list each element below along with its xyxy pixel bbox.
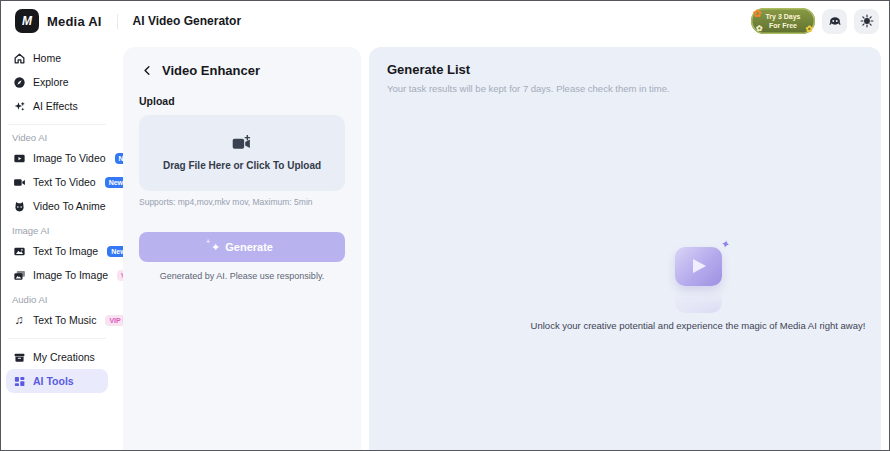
chevron-left-icon: [140, 63, 154, 77]
trial-button-line2: For Free: [751, 21, 815, 30]
video-to-anime-icon: [12, 199, 26, 213]
sidebar: Home Explore AI Effects Video AI: [1, 41, 113, 450]
trial-button[interactable]: ✿ ✿ ✿ Try 3 Days For Free: [751, 8, 815, 34]
sidebar-item-label: Home: [33, 52, 61, 64]
generate-button[interactable]: ✦+ Generate: [139, 232, 345, 262]
upload-label: Upload: [139, 95, 345, 107]
discord-icon: [828, 14, 842, 28]
play-triangle-icon: [693, 259, 706, 273]
back-button[interactable]: [139, 62, 155, 78]
text-to-music-icon: ♫: [12, 313, 26, 327]
sparkle-icon: ✦: [720, 237, 732, 252]
sidebar-item-ai-tools[interactable]: AI Tools: [6, 369, 108, 393]
generate-list-title: Generate List: [387, 62, 863, 77]
app-window: M Media AI AI Video Generator ✿ ✿ ✿ Try …: [0, 0, 890, 451]
sidebar-item-explore[interactable]: Explore: [6, 70, 108, 94]
image-to-image-icon: [12, 268, 26, 282]
enhancer-header: Video Enhancer: [139, 62, 345, 78]
sidebar-item-label: AI Effects: [33, 100, 78, 112]
trial-button-line1: Try 3 Days: [751, 12, 815, 21]
discord-button[interactable]: [822, 9, 847, 34]
sidebar-section-image-ai: Image AI: [12, 225, 102, 236]
sun-icon: [860, 14, 874, 28]
sidebar-item-label: Text To Video: [33, 176, 96, 188]
generate-list-subtitle: Your task results will be kept for 7 day…: [387, 83, 863, 94]
sidebar-item-label: Image To Video: [33, 152, 106, 164]
page-title: AI Video Generator: [133, 14, 241, 28]
empty-state: ✦ Unlock your creative potential and exp…: [528, 247, 868, 331]
generate-button-label: Generate: [225, 241, 273, 253]
sidebar-item-ai-effects[interactable]: AI Effects: [6, 94, 108, 118]
brand-logo-letter: M: [22, 14, 32, 28]
sidebar-item-label: My Creations: [33, 351, 95, 363]
play-icon-reflection: [675, 289, 722, 313]
text-to-image-icon: [12, 244, 26, 258]
my-creations-icon: [12, 350, 26, 364]
sparkle-icon: ✦+: [211, 242, 220, 253]
top-bar: M Media AI AI Video Generator ✿ ✿ ✿ Try …: [1, 1, 889, 41]
sidebar-item-text-to-image[interactable]: Text To Image New: [6, 239, 108, 263]
brand-name: Media AI: [47, 14, 102, 29]
sidebar-item-label: Text To Image: [33, 245, 98, 257]
main-area: Home Explore AI Effects Video AI: [1, 41, 889, 450]
text-to-video-icon: [12, 175, 26, 189]
generate-list-panel: Generate List Your task results will be …: [369, 47, 881, 450]
sidebar-item-label: Explore: [33, 76, 69, 88]
sidebar-item-video-to-anime[interactable]: Video To Anime: [6, 194, 108, 218]
sidebar-item-my-creations[interactable]: My Creations: [6, 345, 108, 369]
sidebar-divider: [8, 124, 106, 125]
video-upload-icon: [232, 135, 252, 151]
header-actions: ✿ ✿ ✿ Try 3 Days For Free: [751, 8, 879, 34]
brand-logo[interactable]: M: [15, 9, 39, 33]
video-play-icon: ✦: [675, 247, 722, 286]
sidebar-item-image-to-video[interactable]: Image To Video New: [6, 146, 108, 170]
sidebar-section-video-ai: Video AI: [12, 132, 102, 143]
content-area: Video Enhancer Upload Drag File Here or …: [113, 41, 889, 450]
dropzone-text: Drag File Here or Click To Upload: [163, 160, 321, 171]
sidebar-item-home[interactable]: Home: [6, 46, 108, 70]
header-divider: [117, 14, 118, 29]
sidebar-section-audio-ai: Audio AI: [12, 294, 102, 305]
sidebar-item-label: Image To Image: [33, 269, 108, 281]
theme-toggle-button[interactable]: [854, 9, 879, 34]
ai-effects-icon: [12, 99, 26, 113]
ai-disclaimer: Generated by AI. Please use responsibly.: [139, 271, 345, 281]
sidebar-item-text-to-video[interactable]: Text To Video New: [6, 170, 108, 194]
explore-icon: [12, 75, 26, 89]
video-enhancer-panel: Video Enhancer Upload Drag File Here or …: [123, 47, 361, 450]
sidebar-divider: [8, 338, 106, 339]
sidebar-item-text-to-music[interactable]: ♫ Text To Music VIP Free: [6, 308, 108, 332]
sidebar-item-image-to-image[interactable]: Image To Image VIP Free: [6, 263, 108, 287]
home-icon: [12, 51, 26, 65]
sidebar-item-label: AI Tools: [33, 375, 74, 387]
ai-tools-icon: [12, 374, 26, 388]
empty-state-message: Unlock your creative potential and exper…: [528, 320, 868, 331]
upload-dropzone[interactable]: Drag File Here or Click To Upload: [139, 115, 345, 191]
image-to-video-icon: [12, 151, 26, 165]
sidebar-item-label: Text To Music: [33, 314, 96, 326]
supports-hint: Supports: mp4,mov,mkv mov, Maximum: 5min: [139, 197, 345, 207]
sidebar-item-label: Video To Anime: [33, 200, 106, 212]
enhancer-title: Video Enhancer: [162, 63, 260, 78]
